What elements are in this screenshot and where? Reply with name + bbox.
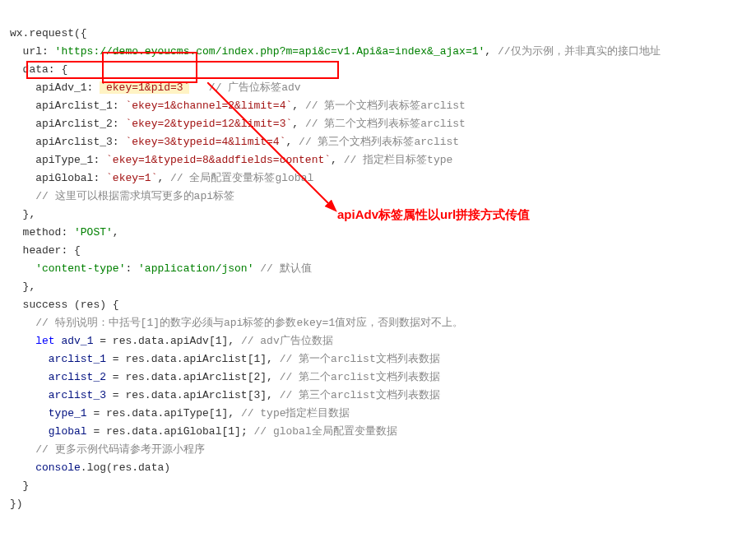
token: 1 <box>228 425 234 438</box>
token: method: <box>10 226 74 239</box>
token: .log(res.data) <box>81 461 170 474</box>
comment: // 指定栏目标签type <box>344 154 453 166</box>
token: }) <box>10 498 23 510</box>
comment: // 这里可以根据需求填写更多的api标签 <box>10 190 234 202</box>
token: = res.data.apiGlobal[ <box>87 425 229 438</box>
token: `ekey=3&typeid=4&limit=4` <box>125 136 285 148</box>
token <box>10 335 35 347</box>
token: apiArclist_1: <box>10 100 125 112</box>
token: , <box>331 154 344 166</box>
comment: // 广告位标签adv <box>189 81 300 94</box>
token: 'application/json' <box>138 262 253 275</box>
comment: // 第一个文档列表标签arclist <box>305 100 466 112</box>
token <box>10 389 49 401</box>
keyword: let <box>35 335 54 347</box>
token: ], <box>260 371 279 383</box>
token <box>10 461 35 474</box>
comment: // adv广告位数据 <box>241 335 333 347</box>
token: , <box>292 118 305 130</box>
token <box>10 353 49 365</box>
token: , <box>113 226 119 239</box>
token: = res.data.apiAdv[ <box>93 335 215 347</box>
token: data: { <box>10 63 67 76</box>
token: , <box>285 136 299 148</box>
comment: // 第三个arclist文档列表数据 <box>280 389 440 401</box>
token: , <box>485 45 498 58</box>
comment: // 第三个文档列表标签arclist <box>299 136 459 148</box>
variable: console <box>35 461 81 474</box>
annotation-text: apiAdv标签属性以url拼接方式传值 <box>337 206 530 224</box>
variable: global <box>49 425 87 438</box>
comment: // 默认值 <box>260 262 311 275</box>
token: ]; <box>234 425 253 438</box>
token: = res.data.apiArclist[ <box>106 389 253 401</box>
token: `ekey=1&channel=2&limit=4` <box>125 100 292 112</box>
token: ], <box>260 353 279 365</box>
variable: arclist_3 <box>49 389 106 401</box>
token: apiArclist_3: <box>10 136 125 148</box>
variable: arclist_2 <box>49 371 106 383</box>
comment: // global全局配置变量数据 <box>253 425 397 438</box>
comment: // 第一个arclist文档列表数据 <box>280 353 440 365</box>
comment: // 全局配置变量标签global <box>170 172 313 184</box>
token: 1 <box>216 335 222 347</box>
token <box>10 407 49 420</box>
token <box>10 425 49 438</box>
token: : <box>125 262 138 275</box>
token: = res.data.apiType[ <box>87 407 216 420</box>
token: apiAdv_1: <box>10 81 100 94</box>
token: , <box>157 172 170 184</box>
comment: // 特别说明：中括号[1]的数字必须与api标签的参数ekey=1值对应，否则… <box>10 317 463 329</box>
variable: type_1 <box>49 407 87 420</box>
token: header: { <box>10 244 81 257</box>
token: ], <box>260 389 279 401</box>
token: } <box>10 480 29 492</box>
token: ], <box>222 335 241 347</box>
token: wx <box>10 27 23 39</box>
variable: adv_1 <box>61 335 93 347</box>
comment: // type指定栏目数据 <box>241 407 350 420</box>
token: `ekey=2&typeid=12&limit=3` <box>125 118 292 130</box>
token: `ekey=1` <box>106 172 157 184</box>
comment: // 第二个文档列表标签arclist <box>305 118 466 130</box>
token-highlighted: `ekey=1&pid=3` <box>100 81 189 94</box>
comment: //仅为示例，并非真实的接口地址 <box>498 45 661 58</box>
token: }, <box>10 280 35 293</box>
token: }, <box>10 208 35 220</box>
token: 'POST' <box>74 226 113 239</box>
token: apiArclist_2: <box>10 118 125 130</box>
token: `ekey=1&typeid=8&addfields=content` <box>106 154 331 166</box>
token: ], <box>221 407 240 420</box>
token <box>10 371 49 383</box>
comment: // 更多示例代码请参考开源小程序 <box>10 443 205 456</box>
token: = res.data.apiArclist[ <box>106 353 253 365</box>
token: url: <box>10 45 55 58</box>
variable: arclist_1 <box>49 353 106 365</box>
code-block: wx.request({ url: 'https://demo.eyoucms.… <box>10 7 746 513</box>
token: , <box>292 100 305 112</box>
token: = res.data.apiArclist[ <box>106 371 253 383</box>
token: 'https://demo.eyoucms.com/index.php?m=ap… <box>55 45 485 58</box>
token: apiGlobal: <box>10 172 106 184</box>
token <box>10 262 35 275</box>
token: apiType_1: <box>10 154 106 166</box>
token: 'content-type' <box>35 262 125 275</box>
token: .request({ <box>23 27 87 39</box>
comment: // 第二个arclist文档列表数据 <box>280 371 440 383</box>
token: success (res) { <box>10 299 119 311</box>
